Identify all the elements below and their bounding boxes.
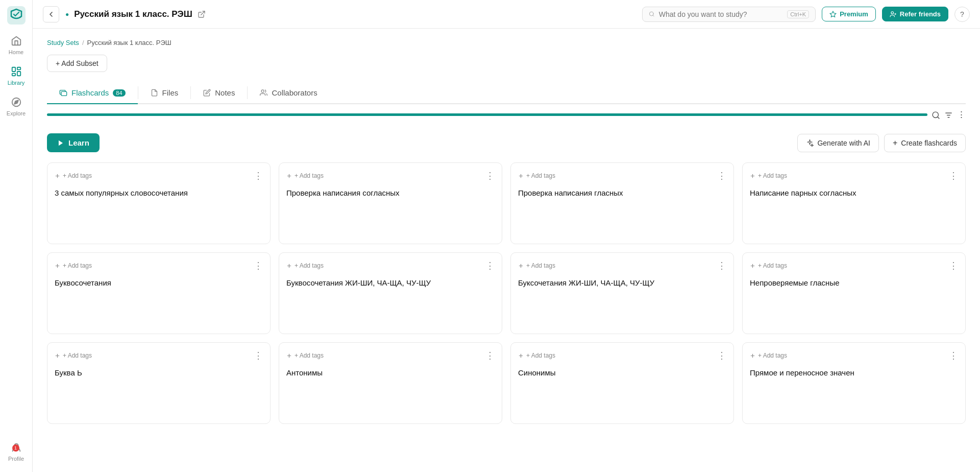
card-menu-button-10[interactable]: ⋮ [717,350,726,361]
add-tags-button-4[interactable]: + Add tags [55,262,92,269]
flashcard-0[interactable]: + Add tags ⋮ 3 самых популярных словосоч… [47,162,271,244]
add-tags-button-9[interactable]: + Add tags [286,352,324,359]
tab-flashcards[interactable]: Flashcards 84 [47,82,138,104]
tab-files-label: Files [162,88,179,97]
premium-label: Premium [840,10,868,18]
back-button[interactable] [43,6,59,22]
add-tags-plus-icon [518,353,524,359]
card-header-3: + Add tags ⋮ [750,170,958,181]
topbar: ● Русский язык 1 класс. РЭШ Ctrl+K Premi… [33,0,980,29]
card-header-2: + Add tags ⋮ [518,170,726,181]
generate-ai-button[interactable]: Generate with AI [797,134,879,152]
card-title-8: Буква Ь [55,367,263,378]
svg-line-8 [201,11,204,15]
flashcard-7[interactable]: + Add tags ⋮ Непроверяемые гласные [742,252,966,334]
card-menu-button-1[interactable]: ⋮ [485,170,495,181]
search-icon [649,10,655,18]
tab-notes[interactable]: Notes [191,82,247,104]
card-menu-button-0[interactable]: ⋮ [254,170,263,181]
profile-notification-badge: 1 [12,444,19,452]
more-toolbar-icon[interactable]: ⋮ [957,109,966,120]
sidebar-item-library[interactable]: Library [3,61,30,90]
card-menu-button-3[interactable]: ⋮ [949,170,958,181]
add-tags-button-2[interactable]: + Add tags [518,172,555,179]
flashcard-4[interactable]: + Add tags ⋮ Буквосочетания [47,252,271,334]
card-title-4: Буквосочетания [55,277,263,288]
add-tags-button-10[interactable]: + Add tags [518,352,555,359]
sidebar-item-profile[interactable]: 1 Profile [3,437,30,466]
add-tags-plus-icon [55,173,60,179]
flashcard-11[interactable]: + Add tags ⋮ Прямое и переносное значен [742,342,966,424]
create-plus-icon: + [893,138,897,148]
create-fc-label: Create flashcards [901,139,957,147]
search-toolbar-icon[interactable] [932,110,940,120]
flashcard-10[interactable]: + Add tags ⋮ Синонимы [510,342,734,424]
add-tags-button-8[interactable]: + Add tags [55,352,92,359]
svg-line-19 [938,116,939,118]
card-header-5: + Add tags ⋮ [286,260,495,271]
add-tags-button-5[interactable]: + Add tags [286,262,324,269]
tab-files[interactable]: Files [138,82,191,104]
add-tags-button-7[interactable]: + Add tags [750,262,787,269]
flashcard-2[interactable]: + Add tags ⋮ Проверка написания гласных [510,162,734,244]
sidebar-item-home[interactable]: Home [3,31,30,59]
svg-rect-3 [17,72,20,76]
learn-button[interactable]: Learn [47,133,100,152]
add-tags-plus-icon [286,353,292,359]
svg-marker-6 [14,100,18,104]
add-subset-label: + Add Subset [56,59,99,67]
flashcard-1[interactable]: + Add tags ⋮ Проверка написания согласны… [279,162,502,244]
card-header-8: + Add tags ⋮ [55,350,263,361]
filter-toolbar-icon[interactable] [944,110,953,120]
refer-friends-button[interactable]: Refer friends [882,7,948,21]
card-menu-button-5[interactable]: ⋮ [485,260,495,271]
search-input[interactable] [659,10,783,18]
progress-bar-fill [47,113,927,116]
card-menu-button-2[interactable]: ⋮ [717,170,726,181]
card-title-7: Непроверяемые гласные [750,277,958,288]
svg-rect-4 [12,74,15,76]
card-title-11: Прямое и переносное значен [750,367,958,378]
flashcard-3[interactable]: + Add tags ⋮ Написание парных согласных [742,162,966,244]
card-menu-button-6[interactable]: ⋮ [717,260,726,271]
tab-collaborators[interactable]: Collaborators [248,82,329,104]
add-tags-button-11[interactable]: + Add tags [750,352,787,359]
help-button[interactable]: ? [954,7,970,22]
card-menu-button-9[interactable]: ⋮ [485,350,495,361]
main-content: ● Русский язык 1 класс. РЭШ Ctrl+K Premi… [33,0,980,472]
app-logo[interactable] [7,6,26,25]
flashcard-5[interactable]: + Add tags ⋮ Буквосочетания ЖИ-ШИ, ЧА-ЩА… [279,252,502,334]
title-text: Русский язык 1 класс. РЭШ [74,9,192,19]
flashcard-9[interactable]: + Add tags ⋮ Антонимы [279,342,502,424]
card-header-7: + Add tags ⋮ [750,260,958,271]
add-tags-button-0[interactable]: + Add tags [55,172,92,179]
flashcard-6[interactable]: + Add tags ⋮ Буксочетания ЖИ-ШИ, ЧА-ЩА, … [510,252,734,334]
search-bar[interactable]: Ctrl+K [642,7,816,22]
share-icon[interactable] [198,10,206,19]
page-title: ● Русский язык 1 класс. РЭШ [65,9,206,19]
flashcards-count-badge: 84 [113,89,125,97]
add-tags-plus-icon [750,173,755,179]
card-title-1: Проверка написания согласных [286,187,495,198]
sidebar-item-explore[interactable]: Explore [3,92,30,121]
card-header-6: + Add tags ⋮ [518,260,726,271]
add-tags-button-3[interactable]: + Add tags [750,172,787,179]
card-menu-button-8[interactable]: ⋮ [254,350,263,361]
flashcards-tab-icon [59,89,67,97]
refer-icon [890,11,897,18]
create-flashcards-button[interactable]: + Create flashcards [884,134,966,152]
card-menu-button-4[interactable]: ⋮ [254,260,263,271]
card-menu-button-11[interactable]: ⋮ [949,350,958,361]
library-icon [10,65,22,78]
card-title-6: Буксочетания ЖИ-ШИ, ЧА-ЩА, ЧУ-ЩУ [518,277,726,288]
flashcard-8[interactable]: + Add tags ⋮ Буква Ь [47,342,271,424]
breadcrumb-study-sets[interactable]: Study Sets [47,39,79,46]
add-subset-button[interactable]: + Add Subset [47,55,107,72]
premium-button[interactable]: Premium [822,7,876,21]
action-buttons-right: Generate with AI + Create flashcards [797,134,966,152]
svg-rect-2 [17,67,20,70]
add-tags-button-1[interactable]: + Add tags [286,172,324,179]
card-menu-button-7[interactable]: ⋮ [949,260,958,271]
card-header-9: + Add tags ⋮ [286,350,495,361]
add-tags-button-6[interactable]: + Add tags [518,262,555,269]
